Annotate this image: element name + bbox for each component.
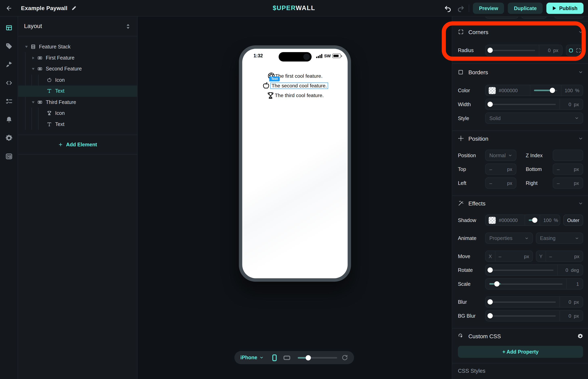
bg-blur-slider[interactable] bbox=[486, 311, 559, 321]
border-style-select[interactable]: Solid bbox=[485, 113, 583, 124]
scale-value[interactable]: 1 bbox=[576, 281, 579, 287]
border-opacity-slider[interactable] bbox=[530, 85, 561, 96]
device-selector[interactable]: iPhone bbox=[240, 355, 263, 361]
bg-blur-control: 0 px bbox=[485, 310, 583, 321]
caret-down-icon[interactable] bbox=[30, 100, 36, 104]
tree-item-icon-trophy[interactable]: Icon bbox=[18, 108, 137, 119]
corners-header[interactable]: Corners bbox=[458, 28, 583, 36]
tree-item-icon-apple[interactable]: Icon bbox=[18, 75, 137, 86]
tree-item-second-feature[interactable]: Second Feature bbox=[18, 63, 137, 75]
dynamic-island bbox=[279, 52, 311, 61]
blur-value[interactable]: 0 bbox=[568, 299, 571, 305]
empty-value: – bbox=[549, 253, 552, 259]
scale-slider[interactable] bbox=[486, 279, 566, 289]
animate-properties-select[interactable]: Properties bbox=[485, 233, 533, 244]
color-swatch[interactable] bbox=[489, 87, 496, 94]
bg-blur-value[interactable]: 0 bbox=[568, 313, 571, 319]
rail-item-console[interactable] bbox=[2, 150, 15, 163]
move-y-input[interactable]: Y –px bbox=[536, 251, 583, 262]
rail-item-settings[interactable] bbox=[2, 131, 15, 145]
canvas-zoom-slider[interactable] bbox=[298, 355, 337, 360]
radius-slider[interactable] bbox=[486, 45, 539, 56]
back-button[interactable] bbox=[0, 0, 18, 16]
rail-item-layout[interactable] bbox=[2, 21, 15, 34]
tree-item-third-feature[interactable]: Third Feature bbox=[18, 97, 137, 108]
rename-button[interactable] bbox=[71, 5, 77, 11]
chevron-down-icon[interactable] bbox=[578, 30, 583, 34]
columns-icon bbox=[37, 66, 43, 72]
tree-item-text-selected[interactable]: Text bbox=[18, 86, 137, 97]
publish-button[interactable]: Publish bbox=[546, 3, 584, 14]
uniform-radius-icon[interactable] bbox=[568, 47, 574, 53]
duplicate-button[interactable]: Duplicate bbox=[508, 3, 542, 14]
blur-slider[interactable] bbox=[486, 297, 559, 307]
rail-item-theme[interactable] bbox=[2, 58, 15, 71]
tree-item-text[interactable]: Text bbox=[18, 119, 137, 130]
chevron-down-icon[interactable] bbox=[578, 136, 583, 141]
add-property-button[interactable]: + Add Property bbox=[458, 346, 583, 358]
phone-screen[interactable]: 1:32 SW The first cool feature. bbox=[242, 49, 348, 278]
top-input[interactable]: – px bbox=[485, 163, 516, 175]
rail-item-products[interactable] bbox=[2, 39, 15, 53]
bottom-input[interactable]: – px bbox=[553, 163, 583, 175]
feature-text[interactable]: The second cool feature. bbox=[270, 82, 328, 89]
tree-item-feature-stack[interactable]: Feature Stack bbox=[18, 41, 137, 52]
position-header[interactable]: Position bbox=[458, 134, 583, 143]
left-input[interactable]: – px bbox=[485, 177, 516, 189]
refresh-icon[interactable] bbox=[342, 354, 348, 361]
border-width-slider[interactable] bbox=[486, 99, 559, 110]
undo-button[interactable] bbox=[443, 4, 452, 13]
rail-item-rules[interactable] bbox=[2, 95, 15, 108]
landscape-orientation-icon[interactable] bbox=[283, 354, 291, 362]
sort-icon[interactable] bbox=[126, 23, 131, 29]
borders-header[interactable]: Borders bbox=[458, 68, 583, 77]
effects-header[interactable]: Effects bbox=[458, 199, 583, 208]
shadow-opacity-slider[interactable] bbox=[525, 215, 540, 225]
shadow-hex-value[interactable]: #000000 bbox=[499, 217, 518, 223]
position-mode-select[interactable]: Normal bbox=[485, 150, 516, 161]
preview-button[interactable]: Preview bbox=[473, 3, 504, 14]
border-opacity-value[interactable]: 100 bbox=[565, 88, 573, 93]
per-corner-radius-icon[interactable] bbox=[575, 47, 581, 53]
animate-easing-select[interactable]: Easing bbox=[536, 233, 583, 244]
shadow-mode-button[interactable]: Outer bbox=[563, 215, 583, 226]
redo-button[interactable] bbox=[456, 4, 465, 13]
feature-row-3[interactable]: The third cool feature. bbox=[266, 91, 324, 100]
caret-down-icon[interactable] bbox=[23, 45, 29, 48]
rail-item-code[interactable] bbox=[2, 76, 15, 90]
add-element-button[interactable]: Add Element bbox=[18, 135, 137, 155]
radius-mode-toggle[interactable] bbox=[566, 45, 583, 56]
slider-thumb[interactable] bbox=[306, 355, 311, 360]
layout-panel-title: Layout bbox=[24, 23, 42, 30]
portrait-orientation-icon[interactable] bbox=[270, 354, 279, 362]
selection-tag: Text bbox=[269, 76, 280, 81]
tree-item-label: Third Feature bbox=[46, 99, 76, 105]
z-index-input[interactable] bbox=[553, 150, 583, 161]
border-width-value[interactable]: 0 bbox=[568, 101, 571, 107]
caret-down-icon[interactable] bbox=[30, 67, 36, 71]
move-x-input[interactable]: X –px bbox=[485, 251, 533, 262]
feature-row-2-selected[interactable]: Text The second cool feature. bbox=[262, 81, 328, 90]
device-label: iPhone bbox=[240, 355, 257, 361]
corners-icon bbox=[458, 29, 464, 35]
radius-value[interactable]: 0 bbox=[548, 47, 550, 53]
chevron-down-icon[interactable] bbox=[578, 201, 583, 206]
animate-row: Animate Properties Easing bbox=[458, 233, 583, 244]
rail-item-notifications[interactable] bbox=[2, 113, 15, 126]
shadow-opacity-value[interactable]: 100 bbox=[543, 217, 552, 223]
color-hex-value[interactable]: #000000 bbox=[499, 88, 518, 93]
custom-css-settings-button[interactable] bbox=[577, 333, 583, 339]
custom-css-header[interactable]: Custom CSS bbox=[458, 332, 583, 341]
apple-icon bbox=[46, 77, 52, 83]
deg-unit: deg bbox=[571, 267, 579, 273]
easing-placeholder: Easing bbox=[540, 235, 556, 241]
canvas[interactable]: 1:32 SW The first cool feature. bbox=[138, 16, 452, 379]
scale-row: Scale 1 bbox=[458, 278, 583, 290]
right-input[interactable]: – px bbox=[553, 177, 583, 189]
caret-right-icon[interactable] bbox=[30, 56, 36, 60]
shadow-color-swatch[interactable] bbox=[489, 217, 496, 224]
rotate-slider[interactable] bbox=[486, 265, 557, 275]
tree-item-first-feature[interactable]: First Feature bbox=[18, 52, 137, 63]
chevron-down-icon[interactable] bbox=[578, 70, 583, 75]
rotate-value[interactable]: 0 bbox=[566, 267, 568, 273]
